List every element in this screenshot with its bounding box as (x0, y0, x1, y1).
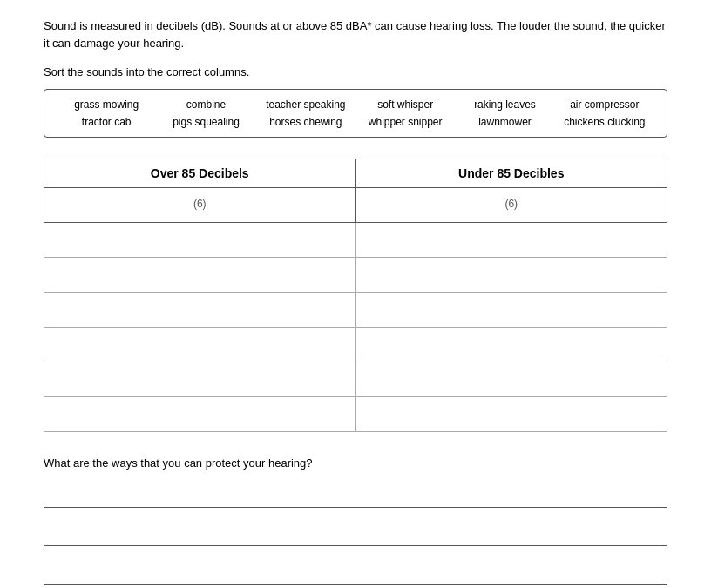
intro-paragraph: Sound is measured in decibels (dB). Soun… (44, 17, 667, 51)
sort-instruction: Sort the sounds into the correct columns… (44, 65, 667, 78)
col1-cell[interactable] (44, 258, 356, 293)
table-row[interactable] (44, 258, 667, 293)
col1-cell[interactable] (44, 293, 356, 328)
col2-cell[interactable] (356, 362, 667, 397)
word-bank-item: tractor cab (58, 116, 154, 128)
col2-cell[interactable] (356, 328, 667, 362)
col1-cell[interactable] (44, 362, 356, 397)
answer-line-3[interactable] (44, 564, 667, 585)
col1-cell[interactable] (44, 223, 356, 258)
table-row[interactable] (44, 293, 667, 328)
word-bank-item: lawnmower (457, 116, 552, 128)
table-row[interactable] (44, 328, 667, 362)
word-bank-item: chickens clucking (557, 116, 653, 128)
col1-header: Over 85 Decibels (44, 159, 356, 188)
answer-line-2[interactable] (44, 525, 667, 546)
col2-cell[interactable] (356, 258, 667, 293)
col2-cell[interactable] (356, 223, 667, 258)
question-section: What are the ways that you can protect y… (44, 456, 667, 585)
sort-table: Over 85 Decibels Under 85 Decibles (6) (… (44, 159, 667, 432)
word-bank-item: horses chewing (258, 116, 354, 128)
answer-line-1[interactable] (44, 487, 667, 508)
col2-cell[interactable] (356, 293, 667, 328)
word-bank-item: pigs squealing (158, 116, 254, 128)
table-row[interactable] (44, 397, 667, 432)
col2-subheader: (6) (356, 188, 667, 223)
col1-cell[interactable] (44, 328, 356, 362)
question-text: What are the ways that you can protect y… (44, 456, 667, 470)
word-bank-item: air compressor (557, 98, 653, 111)
word-bank-item: soft whisper (357, 98, 453, 111)
word-bank: grass mowing combine teacher speaking so… (44, 89, 667, 138)
word-bank-item: raking leaves (457, 98, 552, 111)
word-bank-item: teacher speaking (258, 98, 354, 111)
col2-cell[interactable] (356, 397, 667, 432)
word-bank-item: whipper snipper (357, 116, 453, 128)
col1-cell[interactable] (44, 397, 356, 432)
col1-subheader: (6) (44, 188, 356, 223)
word-bank-item: grass mowing (58, 98, 154, 111)
table-row[interactable] (44, 362, 667, 397)
col2-header: Under 85 Decibles (356, 159, 667, 188)
table-row[interactable] (44, 223, 667, 258)
word-bank-item: combine (158, 98, 254, 111)
